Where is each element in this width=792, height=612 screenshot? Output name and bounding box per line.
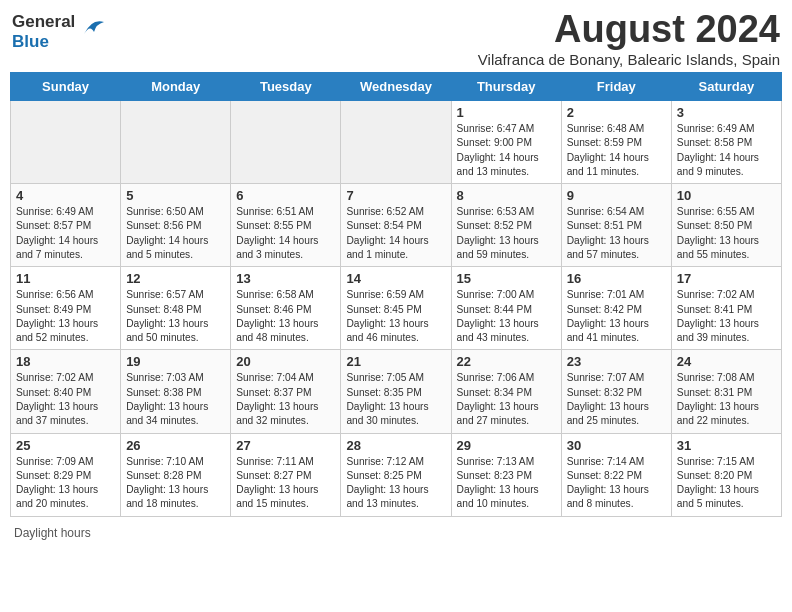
day-number: 27 (236, 438, 335, 453)
calendar-cell: 22Sunrise: 7:06 AMSunset: 8:34 PMDayligh… (451, 350, 561, 433)
day-number: 29 (457, 438, 556, 453)
day-header-monday: Monday (121, 73, 231, 101)
calendar-cell: 17Sunrise: 7:02 AMSunset: 8:41 PMDayligh… (671, 267, 781, 350)
calendar-cell: 13Sunrise: 6:58 AMSunset: 8:46 PMDayligh… (231, 267, 341, 350)
calendar-cell (11, 101, 121, 184)
day-number: 16 (567, 271, 666, 286)
day-number: 12 (126, 271, 225, 286)
day-number: 13 (236, 271, 335, 286)
calendar-cell: 30Sunrise: 7:14 AMSunset: 8:22 PMDayligh… (561, 433, 671, 516)
day-number: 15 (457, 271, 556, 286)
day-number: 7 (346, 188, 445, 203)
title-block: August 2024 Vilafranca de Bonany, Balear… (478, 8, 780, 68)
calendar-cell: 28Sunrise: 7:12 AMSunset: 8:25 PMDayligh… (341, 433, 451, 516)
calendar-cell: 8Sunrise: 6:53 AMSunset: 8:52 PMDaylight… (451, 184, 561, 267)
day-number: 23 (567, 354, 666, 369)
day-number: 19 (126, 354, 225, 369)
day-header-tuesday: Tuesday (231, 73, 341, 101)
day-info: Sunrise: 6:54 AMSunset: 8:51 PMDaylight:… (567, 205, 666, 262)
calendar-cell: 4Sunrise: 6:49 AMSunset: 8:57 PMDaylight… (11, 184, 121, 267)
day-number: 8 (457, 188, 556, 203)
day-info: Sunrise: 7:04 AMSunset: 8:37 PMDaylight:… (236, 371, 335, 428)
calendar-cell: 2Sunrise: 6:48 AMSunset: 8:59 PMDaylight… (561, 101, 671, 184)
day-info: Sunrise: 7:11 AMSunset: 8:27 PMDaylight:… (236, 455, 335, 512)
calendar-cell (341, 101, 451, 184)
main-title: August 2024 (478, 8, 780, 51)
day-info: Sunrise: 6:55 AMSunset: 8:50 PMDaylight:… (677, 205, 776, 262)
day-header-wednesday: Wednesday (341, 73, 451, 101)
calendar-cell: 20Sunrise: 7:04 AMSunset: 8:37 PMDayligh… (231, 350, 341, 433)
calendar-table: SundayMondayTuesdayWednesdayThursdayFrid… (10, 72, 782, 517)
day-info: Sunrise: 7:02 AMSunset: 8:41 PMDaylight:… (677, 288, 776, 345)
calendar-cell: 11Sunrise: 6:56 AMSunset: 8:49 PMDayligh… (11, 267, 121, 350)
day-info: Sunrise: 7:08 AMSunset: 8:31 PMDaylight:… (677, 371, 776, 428)
calendar-cell: 23Sunrise: 7:07 AMSunset: 8:32 PMDayligh… (561, 350, 671, 433)
day-number: 11 (16, 271, 115, 286)
calendar-cell: 12Sunrise: 6:57 AMSunset: 8:48 PMDayligh… (121, 267, 231, 350)
calendar-cell: 27Sunrise: 7:11 AMSunset: 8:27 PMDayligh… (231, 433, 341, 516)
day-number: 17 (677, 271, 776, 286)
day-number: 31 (677, 438, 776, 453)
logo-blue: Blue (12, 32, 49, 52)
day-info: Sunrise: 7:07 AMSunset: 8:32 PMDaylight:… (567, 371, 666, 428)
calendar-cell: 1Sunrise: 6:47 AMSunset: 9:00 PMDaylight… (451, 101, 561, 184)
day-number: 10 (677, 188, 776, 203)
day-number: 3 (677, 105, 776, 120)
calendar-cell: 26Sunrise: 7:10 AMSunset: 8:28 PMDayligh… (121, 433, 231, 516)
calendar-cell: 29Sunrise: 7:13 AMSunset: 8:23 PMDayligh… (451, 433, 561, 516)
day-info: Sunrise: 7:03 AMSunset: 8:38 PMDaylight:… (126, 371, 225, 428)
calendar-cell: 31Sunrise: 7:15 AMSunset: 8:20 PMDayligh… (671, 433, 781, 516)
day-number: 18 (16, 354, 115, 369)
day-info: Sunrise: 6:59 AMSunset: 8:45 PMDaylight:… (346, 288, 445, 345)
day-number: 22 (457, 354, 556, 369)
calendar-cell: 19Sunrise: 7:03 AMSunset: 8:38 PMDayligh… (121, 350, 231, 433)
day-number: 26 (126, 438, 225, 453)
day-header-friday: Friday (561, 73, 671, 101)
day-info: Sunrise: 6:51 AMSunset: 8:55 PMDaylight:… (236, 205, 335, 262)
calendar-cell: 7Sunrise: 6:52 AMSunset: 8:54 PMDaylight… (341, 184, 451, 267)
calendar-cell: 9Sunrise: 6:54 AMSunset: 8:51 PMDaylight… (561, 184, 671, 267)
day-number: 25 (16, 438, 115, 453)
calendar-cell: 16Sunrise: 7:01 AMSunset: 8:42 PMDayligh… (561, 267, 671, 350)
day-info: Sunrise: 6:50 AMSunset: 8:56 PMDaylight:… (126, 205, 225, 262)
day-info: Sunrise: 6:57 AMSunset: 8:48 PMDaylight:… (126, 288, 225, 345)
logo-general: General (12, 12, 75, 32)
day-info: Sunrise: 6:58 AMSunset: 8:46 PMDaylight:… (236, 288, 335, 345)
calendar-cell: 18Sunrise: 7:02 AMSunset: 8:40 PMDayligh… (11, 350, 121, 433)
day-info: Sunrise: 7:12 AMSunset: 8:25 PMDaylight:… (346, 455, 445, 512)
calendar-cell: 3Sunrise: 6:49 AMSunset: 8:58 PMDaylight… (671, 101, 781, 184)
day-number: 4 (16, 188, 115, 203)
day-number: 28 (346, 438, 445, 453)
subtitle: Vilafranca de Bonany, Balearic Islands, … (478, 51, 780, 68)
day-info: Sunrise: 7:10 AMSunset: 8:28 PMDaylight:… (126, 455, 225, 512)
logo-icon (78, 14, 106, 42)
calendar-cell: 24Sunrise: 7:08 AMSunset: 8:31 PMDayligh… (671, 350, 781, 433)
calendar-cell: 6Sunrise: 6:51 AMSunset: 8:55 PMDaylight… (231, 184, 341, 267)
day-number: 20 (236, 354, 335, 369)
calendar-week-4: 18Sunrise: 7:02 AMSunset: 8:40 PMDayligh… (11, 350, 782, 433)
day-info: Sunrise: 6:49 AMSunset: 8:58 PMDaylight:… (677, 122, 776, 179)
day-header-saturday: Saturday (671, 73, 781, 101)
day-number: 2 (567, 105, 666, 120)
day-info: Sunrise: 6:49 AMSunset: 8:57 PMDaylight:… (16, 205, 115, 262)
logo: General Blue (12, 12, 106, 51)
day-info: Sunrise: 7:15 AMSunset: 8:20 PMDaylight:… (677, 455, 776, 512)
calendar-cell: 25Sunrise: 7:09 AMSunset: 8:29 PMDayligh… (11, 433, 121, 516)
footer-daylight-label: Daylight hours (14, 526, 91, 540)
day-info: Sunrise: 7:09 AMSunset: 8:29 PMDaylight:… (16, 455, 115, 512)
calendar-week-5: 25Sunrise: 7:09 AMSunset: 8:29 PMDayligh… (11, 433, 782, 516)
calendar-cell (121, 101, 231, 184)
day-info: Sunrise: 7:06 AMSunset: 8:34 PMDaylight:… (457, 371, 556, 428)
day-header-sunday: Sunday (11, 73, 121, 101)
day-info: Sunrise: 7:14 AMSunset: 8:22 PMDaylight:… (567, 455, 666, 512)
day-info: Sunrise: 7:00 AMSunset: 8:44 PMDaylight:… (457, 288, 556, 345)
day-number: 9 (567, 188, 666, 203)
day-number: 21 (346, 354, 445, 369)
calendar-week-2: 4Sunrise: 6:49 AMSunset: 8:57 PMDaylight… (11, 184, 782, 267)
day-info: Sunrise: 6:47 AMSunset: 9:00 PMDaylight:… (457, 122, 556, 179)
day-info: Sunrise: 6:48 AMSunset: 8:59 PMDaylight:… (567, 122, 666, 179)
calendar-cell: 5Sunrise: 6:50 AMSunset: 8:56 PMDaylight… (121, 184, 231, 267)
calendar-week-1: 1Sunrise: 6:47 AMSunset: 9:00 PMDaylight… (11, 101, 782, 184)
calendar-cell (231, 101, 341, 184)
day-number: 1 (457, 105, 556, 120)
